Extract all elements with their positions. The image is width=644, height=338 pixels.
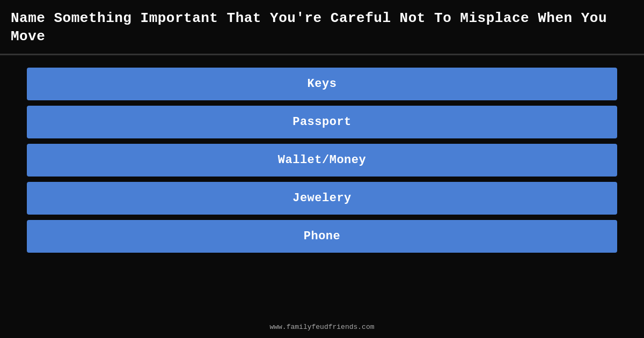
answer-label-3: Wallet/Money [278,153,366,167]
answer-button-5[interactable]: Phone [27,220,617,253]
question-bar: Name Something Important That You're Car… [0,0,644,55]
answer-button-1[interactable]: Keys [27,68,617,100]
answer-button-3[interactable]: Wallet/Money [27,144,617,177]
answer-button-4[interactable]: Jewelery [27,182,617,215]
footer-text: www.familyfeudfriends.com [269,323,374,331]
answer-label-4: Jewelery [292,192,352,205]
answer-label-2: Passport [292,115,352,129]
answer-label-5: Phone [304,230,341,243]
question-text: Name Something Important That You're Car… [11,10,633,46]
answer-button-2[interactable]: Passport [27,106,617,138]
answers-container: KeysPassportWallet/MoneyJeweleryPhone [0,58,644,262]
answer-label-1: Keys [308,77,337,91]
footer: www.familyfeudfriends.com [269,322,374,338]
